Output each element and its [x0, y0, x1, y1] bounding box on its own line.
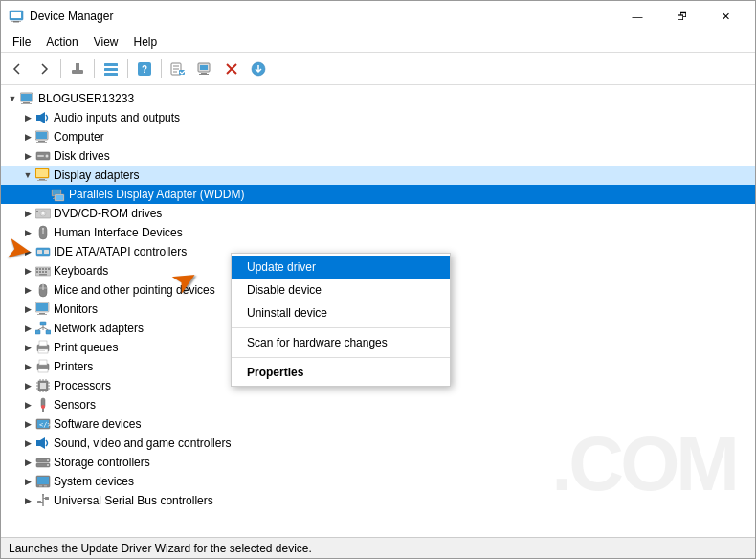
svg-rect-58 [39, 268, 41, 270]
computer-expander[interactable]: ▶ [20, 129, 35, 145]
show-hide-button[interactable] [99, 56, 123, 81]
svg-rect-37 [36, 169, 48, 177]
print-label: Print queues [54, 341, 118, 354]
display-expander[interactable]: ▼ [20, 168, 35, 183]
minimize-button[interactable]: — [615, 1, 659, 32]
usb-expander[interactable]: ▶ [20, 493, 35, 508]
monitors-icon [35, 302, 51, 317]
disk-expander[interactable]: ▶ [20, 148, 35, 164]
svg-rect-76 [46, 330, 51, 334]
dvd-label: DVD/CD-ROM drives [54, 207, 162, 220]
keyboard-expander[interactable]: ▶ [20, 263, 35, 279]
mice-expander[interactable]: ▶ [20, 282, 35, 298]
svg-rect-73 [37, 314, 47, 315]
svg-point-110 [47, 459, 49, 461]
audio-label: Audio inputs and outputs [54, 111, 180, 124]
svg-rect-26 [21, 103, 32, 104]
svg-rect-74 [40, 322, 46, 325]
device-manager-window: Device Manager — 🗗 ✕ File Action View He… [0, 0, 756, 559]
tree-item-disk[interactable]: ▶ Disk drives [1, 146, 755, 166]
svg-rect-6 [104, 63, 118, 66]
svg-rect-18 [199, 74, 209, 75]
ide-icon [35, 244, 51, 259]
svg-rect-57 [36, 268, 38, 270]
system-label: System devices [54, 475, 134, 488]
svg-point-112 [47, 464, 49, 466]
tree-item-dvd[interactable]: ▶ DVD/CD-ROM drives [1, 204, 755, 223]
tree-item-display[interactable]: ▼ Display adapters [1, 166, 755, 185]
ctx-scan-hardware[interactable]: Scan for hardware changes [232, 331, 450, 354]
svg-rect-66 [39, 274, 47, 276]
dvd-expander[interactable]: ▶ [20, 206, 35, 221]
svg-point-103 [41, 405, 45, 409]
update-button[interactable] [246, 56, 271, 81]
ide-expander[interactable]: ▶ [20, 244, 35, 259]
ctx-properties[interactable]: Properties [232, 361, 450, 384]
svg-rect-3 [11, 21, 21, 22]
svg-rect-62 [36, 271, 38, 273]
software-expander[interactable]: ▶ [20, 416, 35, 432]
root-expander[interactable]: ▼ [5, 91, 20, 106]
ctx-update-driver[interactable]: Update driver [232, 256, 450, 279]
menu-file[interactable]: File [5, 32, 38, 52]
svg-rect-5 [72, 70, 83, 74]
print-expander[interactable]: ▶ [20, 340, 35, 355]
svg-rect-7 [104, 68, 118, 71]
mice-label: Mice and other pointing devices [54, 283, 215, 297]
svg-rect-60 [45, 268, 47, 270]
svg-point-34 [46, 155, 49, 158]
storage-expander[interactable]: ▶ [20, 455, 35, 470]
remove-button[interactable] [219, 56, 244, 81]
hid-expander[interactable]: ▶ [20, 225, 35, 240]
toolbar-sep-3 [127, 59, 128, 78]
window-icon [9, 9, 24, 24]
tree-item-hid[interactable]: ▶ Human Interface Devices [1, 223, 755, 242]
parallels-icon [51, 187, 66, 202]
tree-item-audio[interactable]: ▶ Audio inputs and outputs [1, 108, 755, 127]
ctx-properties-label: Properties [247, 366, 303, 379]
ctx-disable-device[interactable]: Disable device [232, 279, 450, 302]
menu-help[interactable]: Help [126, 32, 166, 52]
tree-item-parallels[interactable]: Parallels Display Adapter (WDDM) [1, 185, 755, 204]
system-icon [35, 474, 51, 489]
menu-view[interactable]: View [86, 32, 126, 52]
audio-expander[interactable]: ▶ [20, 110, 35, 125]
tree-item-sound[interactable]: ▶ Sound, video and game controllers [1, 434, 755, 453]
back-button[interactable] [5, 56, 30, 81]
up-button[interactable] [65, 56, 90, 81]
tree-item-computer[interactable]: ▶ Computer [1, 127, 755, 146]
sound-expander[interactable]: ▶ [20, 436, 35, 451]
tree-item-system[interactable]: ▶ System devices [1, 472, 755, 491]
scan-button[interactable] [192, 56, 217, 81]
tree-item-software[interactable]: ▶ </> Software devices [1, 414, 755, 434]
maximize-button[interactable]: 🗗 [659, 1, 703, 32]
svg-rect-8 [104, 73, 118, 76]
printers-expander[interactable]: ▶ [20, 359, 35, 374]
help-button[interactable]: ? [132, 56, 157, 81]
svg-rect-39 [37, 180, 47, 181]
tree-root[interactable]: ▼ BLOGUSER13233 [1, 89, 755, 108]
sensors-expander[interactable]: ▶ [20, 397, 35, 413]
printers-icon [35, 359, 51, 374]
processors-expander[interactable]: ▶ [20, 378, 35, 393]
svg-rect-75 [35, 330, 40, 334]
monitors-expander[interactable]: ▶ [20, 302, 35, 317]
ctx-uninstall-device[interactable]: Uninstall device [232, 302, 450, 324]
svg-rect-4 [76, 63, 79, 71]
software-icon: </> [35, 416, 51, 432]
mouse-icon [35, 282, 51, 298]
title-bar: Device Manager — 🗗 ✕ [1, 1, 755, 32]
tree-item-sensors[interactable]: ▶ Sensors [1, 395, 755, 414]
forward-button[interactable] [32, 56, 56, 81]
tree-item-storage[interactable]: ▶ Storage controllers [1, 453, 755, 472]
system-expander[interactable]: ▶ [20, 474, 35, 489]
properties-button[interactable] [166, 56, 190, 81]
close-button[interactable]: ✕ [703, 1, 747, 32]
storage-icon [35, 455, 51, 470]
network-expander[interactable]: ▶ [20, 321, 35, 336]
tree-item-usb[interactable]: ▶ Universal Serial Bus controllers [1, 491, 755, 510]
menu-action[interactable]: Action [38, 32, 85, 52]
svg-rect-88 [40, 383, 46, 389]
sensors-icon [35, 397, 51, 413]
menu-bar: File Action View Help [1, 32, 755, 53]
